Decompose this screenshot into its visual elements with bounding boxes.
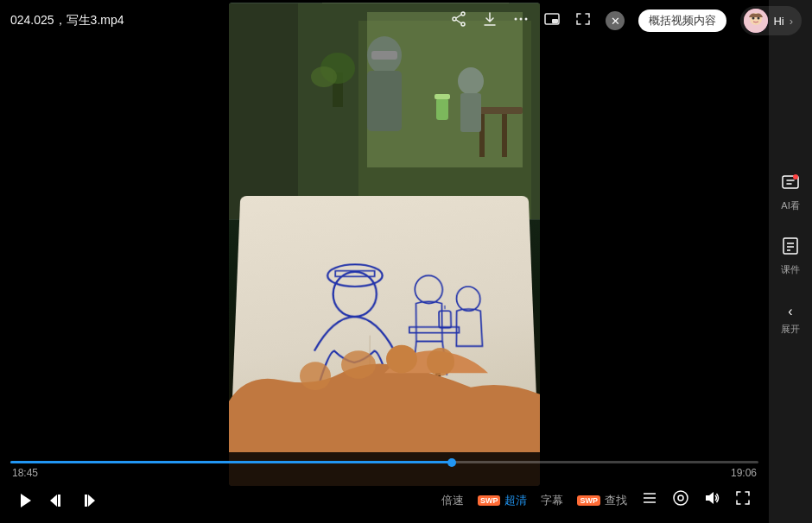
svg-point-63 [674,491,688,505]
subtitle-label: 字幕 [541,493,563,508]
close-icon: ✕ [611,15,620,28]
svg-point-46 [341,350,376,379]
courseware-label: 课件 [781,263,800,276]
playlist-button[interactable] [634,486,665,514]
svg-point-33 [333,272,377,317]
chevron-left-icon: ‹ [788,304,792,319]
svg-point-5 [515,17,517,20]
ai-watch-icon [781,173,800,196]
time-current: 18:45 [12,467,38,479]
svg-point-0 [461,12,465,16]
pip-icon[interactable] [543,10,561,32]
svg-rect-59 [85,495,87,507]
courseware-icon [781,236,800,260]
svg-point-41 [456,287,480,311]
find-label: 查找 [605,493,627,508]
close-button[interactable]: ✕ [606,11,625,30]
superclip-swp-badge: SWP [478,495,501,506]
subtitle-button[interactable]: 字幕 [534,489,570,512]
svg-point-26 [458,67,484,95]
danmaku-button[interactable] [665,486,696,514]
find-swp-badge: SWP [577,495,600,506]
top-bar: 024.025，写生3.mp4 [0,0,812,41]
fullscreen-button[interactable] [727,486,758,514]
svg-line-3 [456,15,461,18]
progress-bar-container: 18:45 19:06 [0,452,769,479]
fullscreen-exit-icon[interactable] [574,10,592,32]
svg-point-64 [678,495,683,501]
svg-point-48 [427,348,454,376]
next-frame-button[interactable] [73,488,104,513]
progress-dot [447,458,456,467]
svg-point-45 [300,362,331,390]
top-icons: ✕ 概括视频内容 Hi › [450,6,802,35]
video-bg [229,3,540,486]
svg-point-2 [453,17,456,21]
svg-rect-51 [783,238,797,254]
svg-marker-56 [50,495,57,507]
progress-bar-track[interactable] [10,461,758,463]
sidebar-item-courseware[interactable]: 课件 [781,236,800,276]
svg-point-1 [461,22,465,26]
svg-rect-23 [371,51,397,60]
svg-rect-25 [435,94,450,99]
svg-rect-57 [58,495,60,507]
user-label: Hi [773,15,783,28]
expand-label: 展开 [781,323,800,336]
svg-point-50 [793,174,798,180]
svg-point-47 [386,345,417,374]
video-frame[interactable] [229,3,540,486]
svg-point-6 [520,17,523,20]
superclip-label: 超清 [504,493,527,508]
speed-button[interactable]: 倍速 [435,489,471,512]
svg-point-34 [415,275,442,303]
svg-marker-58 [88,495,95,507]
time-labels: 18:45 19:06 [10,463,758,479]
volume-button[interactable] [696,486,727,514]
share-icon[interactable] [450,10,467,32]
svg-rect-27 [460,93,481,132]
svg-rect-20 [502,114,507,157]
progress-bar-fill [10,461,452,463]
time-total: 19:06 [731,467,757,479]
controls-area: 18:45 19:06 倍速 SWP 超清 [0,452,769,523]
speed-label: 倍速 [441,493,464,508]
avatar [744,9,768,33]
svg-rect-22 [367,71,402,131]
sidebar-item-ai[interactable]: AI看 [781,173,800,212]
right-sidebar: AI看 课件 ‹ 展开 [769,0,812,523]
more-icon[interactable] [512,10,530,32]
video-title: 024.025，写生3.mp4 [10,13,124,28]
svg-rect-24 [436,98,448,120]
svg-point-30 [311,66,337,87]
user-avatar-area[interactable]: Hi › [740,6,802,35]
expand-button[interactable]: ‹ 展开 [781,304,800,336]
ai-watch-label: AI看 [781,199,799,212]
svg-marker-55 [21,494,31,507]
find-button[interactable]: SWP 查找 [570,489,634,512]
svg-rect-9 [552,19,558,23]
video-container [0,0,769,523]
play-button[interactable] [10,488,41,513]
chevron-icon: › [790,15,793,28]
svg-line-4 [456,20,461,23]
bottom-controls: 倍速 SWP 超清 字幕 SWP 查找 [0,479,769,523]
download-icon[interactable] [481,10,498,32]
svg-marker-65 [706,492,714,504]
superclip-button[interactable]: SWP 超清 [471,489,535,512]
summarize-button[interactable]: 概括视频内容 [638,9,726,32]
svg-point-7 [525,17,528,20]
prev-frame-button[interactable] [41,488,73,513]
